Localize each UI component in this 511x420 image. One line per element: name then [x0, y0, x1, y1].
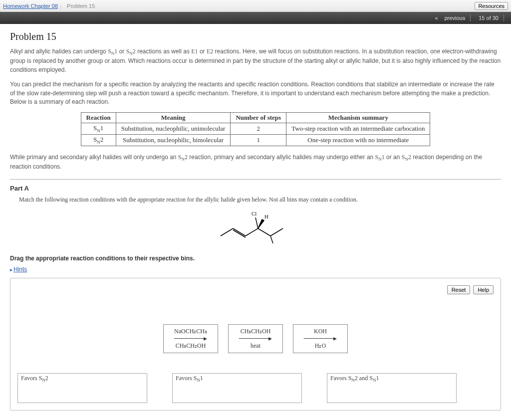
t: 1 — [231, 134, 286, 146]
help-button[interactable]: Help — [473, 285, 494, 294]
molecule-diagram: Cl H — [10, 209, 501, 245]
condition-chip-2[interactable]: CH₃CH₂OH ──────▸ heat — [228, 324, 283, 353]
breadcrumb-home-link[interactable]: Homework Chapter 08 〉 — [3, 3, 65, 9]
svg-line-3 — [246, 228, 258, 236]
divider — [504, 14, 504, 21]
intro-paragraph-2: You can predict the mechanism for a spec… — [10, 80, 501, 106]
previous-link[interactable]: « previous — [435, 15, 465, 21]
bin-favors-sn1[interactable]: Favors SN1 — [172, 373, 302, 403]
th-steps: Number of steps — [231, 113, 286, 123]
t: E1 — [191, 48, 198, 55]
t: E2 — [207, 48, 213, 55]
condition-chip-1[interactable]: NaOCH₂CH₃ ──────▸ CH₃CH₂OH — [163, 324, 218, 353]
svg-line-7 — [256, 217, 258, 228]
t: Favors — [330, 375, 348, 382]
t: or an — [385, 154, 402, 161]
arrow-right-icon: ──────▸ — [236, 336, 275, 341]
divider — [470, 14, 471, 21]
bin-label: Favors SN2 and SN1 — [330, 375, 379, 382]
chevron-right-icon: 〉 — [59, 3, 65, 12]
drag-instruction: Drag the appropriate reaction conditions… — [10, 255, 501, 262]
arrow-right-icon: ──────▸ — [300, 336, 340, 341]
t: Alkyl and allylic halides can undergo — [10, 48, 108, 55]
problem-title: Problem 15 — [10, 31, 501, 42]
breadcrumb-home-label: Homework Chapter 08 — [3, 3, 58, 9]
summary-table: Reaction Meaning Number of steps Mechani… — [81, 112, 431, 146]
t: 1 — [100, 124, 104, 132]
t: reactions as well as — [136, 48, 191, 55]
svg-line-1 — [233, 228, 246, 236]
molecule-cl-label: Cl — [252, 210, 256, 216]
table-row: SN1 Substitution, nucleophilic, unimolec… — [81, 123, 430, 135]
intro-paragraph-1: Alkyl and allylic halides can undergo SN… — [10, 47, 501, 74]
table-row: SN2 Substitution, nucleophilic, bimolecu… — [81, 134, 430, 146]
chip-top: NaOCH₂CH₃ — [174, 328, 207, 335]
chip-bottom: CH₃CH₂OH — [176, 342, 206, 349]
resources-button[interactable]: Resources — [475, 2, 508, 10]
chip-bottom: H₂O — [315, 342, 326, 349]
t: 2 — [231, 123, 286, 135]
t: Two-step reaction with an intermediate c… — [286, 123, 430, 135]
t: S — [369, 375, 373, 382]
t: or — [117, 48, 126, 55]
breadcrumb-bar: Homework Chapter 08 〉 Problem 15 Resourc… — [0, 0, 511, 12]
svg-line-2 — [233, 230, 246, 237]
arrow-right-icon: ──────▸ — [171, 336, 211, 341]
drag-drop-activity: Reset Help NaOCH₂CH₃ ──────▸ CH₃CH₂OH CH… — [10, 278, 501, 411]
t: 1 — [376, 375, 379, 382]
section-divider — [10, 179, 501, 180]
breadcrumb-current: Problem 15 — [67, 3, 95, 9]
previous-label: previous — [445, 15, 466, 21]
bin-favors-sn2[interactable]: Favors SN2 — [17, 373, 147, 403]
t: and — [358, 375, 369, 382]
t: S — [108, 48, 111, 55]
t: Favors — [176, 375, 194, 382]
intro-paragraph-3: While primary and secondary alkyl halide… — [10, 153, 501, 172]
t: or — [198, 48, 207, 55]
part-a-instructions: Match the following reaction conditions … — [19, 196, 501, 204]
reset-button[interactable]: Reset — [447, 285, 471, 294]
t: One-step reaction with no intermediate — [286, 134, 430, 146]
bin-label: Favors SN2 — [21, 375, 48, 382]
hints-label: Hints — [13, 266, 27, 273]
chip-bottom: heat — [251, 342, 260, 349]
hints-toggle[interactable]: ▸Hints — [10, 266, 501, 273]
t: 2 — [45, 375, 48, 382]
molecule-h-label: H — [264, 213, 268, 219]
t: Substitution, nucleophilic, bimolecular — [116, 134, 231, 146]
t: 1 — [200, 375, 203, 382]
svg-line-4 — [258, 228, 270, 236]
svg-line-6 — [270, 236, 273, 243]
t: Substitution, nucleophilic, unimolecular — [116, 123, 231, 135]
bin-favors-both[interactable]: Favors SN2 and SN1 — [327, 373, 457, 403]
th-reaction: Reaction — [81, 113, 116, 123]
svg-marker-8 — [258, 219, 264, 228]
svg-line-0 — [221, 228, 233, 236]
bin-label: Favors SN1 — [176, 375, 203, 382]
t: 2 — [100, 136, 104, 143]
chip-top: KOH — [314, 328, 327, 335]
svg-line-5 — [270, 228, 283, 236]
chip-top: CH₃CH₂OH — [241, 328, 271, 335]
nav-bar: « previous 15 of 30 — [0, 12, 511, 24]
condition-chip-3[interactable]: KOH ──────▸ H₂O — [293, 324, 348, 353]
t: While primary and secondary alkyl halide… — [10, 154, 178, 161]
caret-right-icon: ▸ — [10, 267, 12, 272]
page-counter: 15 of 30 — [479, 15, 499, 21]
part-a-heading: Part A — [10, 185, 501, 192]
t: Favors — [21, 375, 39, 382]
t: reaction, primary and secondary allylic … — [188, 154, 375, 161]
th-summary: Mechanism summary — [286, 113, 430, 123]
th-meaning: Meaning — [116, 113, 231, 123]
t: S — [178, 154, 182, 161]
